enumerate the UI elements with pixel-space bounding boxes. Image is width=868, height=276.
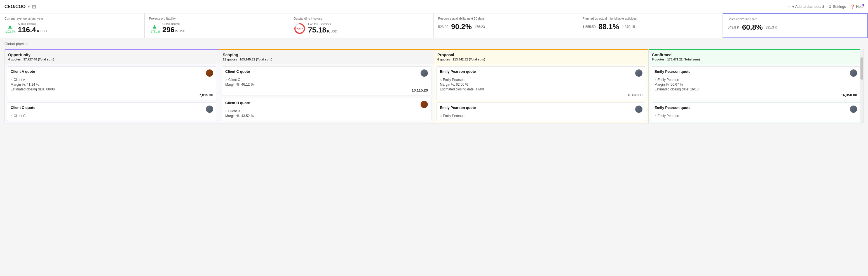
quote-client: ⌂ Client A bbox=[11, 78, 213, 82]
plus-icon: ＋ bbox=[787, 4, 791, 9]
kpi-title-sales: Sales conversion rate bbox=[728, 17, 863, 21]
add-dashboard-button[interactable]: ＋ + Add to dashboard bbox=[787, 4, 824, 9]
kpi-main-planned: 88.1% bbox=[598, 22, 619, 31]
kpi-body-planned: 1 555:59 88.1% 1 370:15 bbox=[583, 22, 718, 31]
avatar bbox=[850, 69, 857, 77]
client-name: Client C bbox=[14, 114, 26, 118]
kpi-main-resource: 90.2% bbox=[451, 22, 472, 31]
col-count-confirmed: 8 quotes bbox=[652, 58, 664, 61]
kpi-body-resource: 528:00 90.2% 476:23 bbox=[438, 22, 574, 31]
top-bar-right: ＋ + Add to dashboard ⚙ Settings ❓ Help bbox=[787, 4, 864, 9]
kpi-suffix-projects: K bbox=[176, 29, 178, 33]
avatar bbox=[206, 105, 213, 113]
donut-chart-invoices: 5,518 bbox=[293, 22, 306, 35]
quote-card[interactable]: Emily Pearson quote ⌂ Emily Pearson Marg… bbox=[651, 66, 861, 100]
quote-margin: Margin %: 43.52 % bbox=[225, 114, 428, 118]
quote-title: Client C quote bbox=[225, 69, 250, 73]
quote-card[interactable]: Client C quote ⌂ Client C Margin %: 46.1… bbox=[222, 66, 432, 95]
house-icon: ⌂ bbox=[225, 78, 227, 82]
page-title[interactable]: CEO/COO bbox=[4, 4, 26, 9]
house-icon: ⌂ bbox=[440, 78, 442, 82]
house-icon: ⌂ bbox=[654, 78, 656, 82]
kpi-card-invoices[interactable]: Outstanding invoices 5,518 Excl tax 5 in… bbox=[289, 13, 434, 38]
grid-view-icon[interactable]: ⊞ bbox=[32, 4, 36, 10]
top-bar-left: CEO/COO ▾ ⊞ bbox=[4, 4, 36, 10]
pipeline-board: Opportunity 4 quotes 37,727.40 (Total su… bbox=[4, 49, 864, 123]
quote-client: ⌂ Client C bbox=[11, 114, 213, 118]
avatar bbox=[421, 101, 428, 108]
quote-title: Emily Pearson quote bbox=[440, 69, 476, 73]
sales-right-value: 395.3 K bbox=[766, 26, 777, 29]
quote-card-header: Client A quote bbox=[11, 69, 213, 77]
quote-card[interactable]: Emily Pearson quote ⌂ Emily Pearson Marg… bbox=[436, 66, 646, 100]
house-icon: ⌂ bbox=[654, 114, 656, 118]
trend-up-icon: ▲ +202.4% bbox=[4, 24, 16, 33]
kpi-value-projects: Gross income 296 K USD bbox=[162, 22, 185, 34]
col-header-proposal: Proposal 6 quotes 113,642.32 (Total sum) bbox=[434, 49, 648, 64]
col-body-opportunity: Client A quote ⌂ Client A Margin %: 41.1… bbox=[5, 64, 219, 123]
pct-change-revenue: +202.4% bbox=[4, 30, 16, 33]
quote-title: Emily Pearson quote bbox=[654, 69, 691, 73]
resource-left-value: 528:00 bbox=[438, 25, 448, 29]
kpi-body-sales: 649.8 K 60.8% 395.3 K bbox=[728, 23, 863, 32]
quote-amount: 8,720.00 bbox=[440, 93, 643, 97]
quote-title: Client C quote bbox=[11, 105, 35, 110]
quote-card[interactable]: Emily Pearson quote ⌂ Emily Pearson bbox=[436, 102, 646, 121]
quote-margin: Margin %: 41.14 % bbox=[11, 83, 213, 87]
settings-button[interactable]: ⚙ Settings bbox=[828, 4, 846, 9]
house-icon: ⌂ bbox=[225, 110, 227, 113]
quote-date: Estimated closing date: 16/10 bbox=[654, 87, 857, 91]
planned-right-value: 1 370:15 bbox=[622, 25, 635, 29]
col-title-confirmed: Confirmed bbox=[652, 53, 860, 57]
quote-card-header: Client C quote bbox=[11, 105, 213, 113]
col-title-opportunity: Opportunity bbox=[8, 53, 216, 57]
kpi-currency-revenue: USD bbox=[40, 29, 47, 33]
quote-client: ⌂ Client C bbox=[225, 78, 428, 82]
scrollbar-thumb[interactable] bbox=[861, 57, 863, 80]
col-sum-scoping: 103,145.32 (Total sum) bbox=[240, 58, 273, 61]
pct-change-projects: +276.1% bbox=[149, 30, 160, 33]
col-meta-confirmed: 8 quotes 173,471.22 (Total sum) bbox=[652, 58, 860, 61]
kpi-card-resource[interactable]: Resource availability next 30 days 528:0… bbox=[434, 13, 579, 38]
quote-title: Emily Pearson quote bbox=[654, 105, 691, 110]
kpi-main-sales: 60.8% bbox=[742, 23, 763, 32]
kpi-card-planned[interactable]: Planned vs actual h by billable activiti… bbox=[578, 13, 723, 38]
quote-title: Client B quote bbox=[225, 101, 250, 105]
kpi-title-planned: Planned vs actual h by billable activiti… bbox=[583, 17, 718, 20]
help-button[interactable]: ❓ Help bbox=[850, 4, 864, 9]
col-count-scoping: 11 quotes bbox=[223, 58, 237, 61]
vertical-scrollbar[interactable] bbox=[860, 49, 863, 123]
quote-card[interactable]: Client A quote ⌂ Client A Margin %: 41.1… bbox=[7, 66, 217, 100]
trend-up-icon-projects: ▲ +276.1% bbox=[149, 24, 160, 33]
quote-date: Estimated closing date: 17/09 bbox=[440, 87, 643, 91]
avatar bbox=[421, 69, 428, 77]
quote-card[interactable]: Client B quote ⌂ Client B Margin %: 43.5… bbox=[222, 98, 432, 121]
kpi-card-sales-conversion[interactable]: Sales conversion rate 649.8 K 60.8% 395.… bbox=[723, 13, 868, 38]
kpi-card-projects-profitability[interactable]: Projects profitability ▲ +276.1% Gross i… bbox=[145, 13, 289, 38]
kpi-value-invoices: Excl tax 5 invoices 75.18 K USD bbox=[308, 23, 337, 34]
kpi-cards-row: Current revenue vs last year ▲ +202.4% S… bbox=[0, 13, 868, 38]
col-body-proposal: Emily Pearson quote ⌂ Emily Pearson Marg… bbox=[434, 64, 648, 123]
help-icon: ❓ bbox=[850, 4, 855, 9]
quote-card[interactable]: Client C quote ⌂ Client C bbox=[7, 102, 217, 121]
kpi-suffix-invoices: K bbox=[327, 29, 330, 33]
sales-left-value: 649.8 K bbox=[728, 26, 739, 29]
gear-icon: ⚙ bbox=[828, 4, 832, 9]
quote-card-header: Emily Pearson quote bbox=[440, 105, 643, 113]
settings-label: Settings bbox=[833, 4, 846, 9]
col-sum-opportunity: 37,727.40 (Total sum) bbox=[23, 58, 54, 61]
kpi-body-current-revenue: ▲ +202.4% Sum (Excl tax) 116.4 K USD bbox=[4, 22, 140, 34]
quote-title: Client A quote bbox=[11, 69, 35, 73]
quote-card[interactable]: Emily Pearson quote ⌂ Emily Pearson bbox=[651, 102, 861, 121]
col-body-confirmed: Emily Pearson quote ⌂ Emily Pearson Marg… bbox=[649, 64, 863, 123]
top-bar: CEO/COO ▾ ⊞ ＋ + Add to dashboard ⚙ Setti… bbox=[0, 0, 868, 13]
title-dropdown-icon[interactable]: ▾ bbox=[28, 5, 30, 9]
kpi-card-current-revenue[interactable]: Current revenue vs last year ▲ +202.4% S… bbox=[0, 13, 145, 38]
client-name: Emily Pearson bbox=[658, 78, 679, 82]
quote-card-header: Emily Pearson quote bbox=[654, 69, 857, 77]
pipeline-col-proposal: Proposal 6 quotes 113,642.32 (Total sum)… bbox=[434, 49, 649, 123]
client-name: Emily Pearson bbox=[443, 114, 465, 118]
pipeline-section-title: Global pipeline bbox=[4, 42, 864, 46]
kpi-title-projects: Projects profitability bbox=[149, 17, 285, 20]
kpi-currency-invoices: USD bbox=[331, 30, 337, 33]
